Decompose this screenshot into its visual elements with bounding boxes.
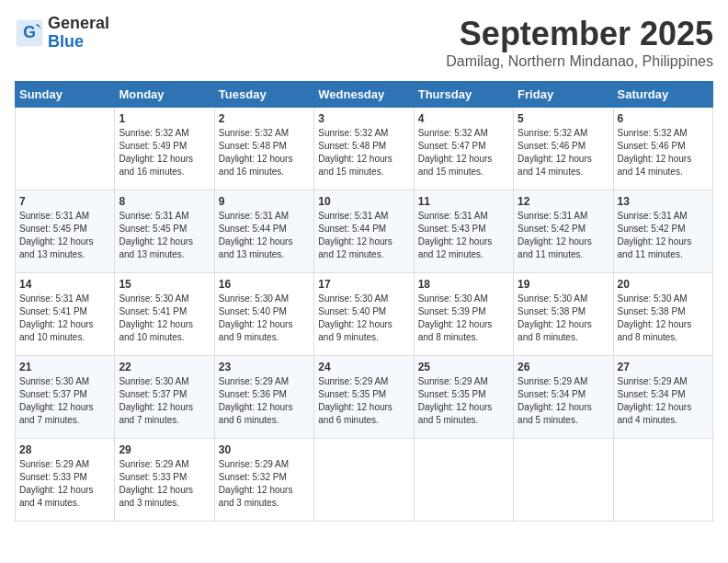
logo-icon: G	[15, 18, 44, 48]
week-row-4: 21Sunrise: 5:30 AMSunset: 5:37 PMDayligh…	[16, 356, 713, 439]
calendar-cell: 30Sunrise: 5:29 AMSunset: 5:32 PMDayligh…	[214, 439, 313, 522]
calendar-cell: 24Sunrise: 5:29 AMSunset: 5:35 PMDayligh…	[314, 356, 414, 439]
calendar-cell: 11Sunrise: 5:31 AMSunset: 5:43 PMDayligh…	[414, 190, 513, 273]
calendar-cell	[414, 439, 513, 522]
day-info: Sunrise: 5:29 AMSunset: 5:33 PMDaylight:…	[19, 458, 110, 510]
day-number: 13	[618, 195, 709, 208]
day-info: Sunrise: 5:31 AMSunset: 5:44 PMDaylight:…	[318, 210, 409, 261]
day-info: Sunrise: 5:30 AMSunset: 5:39 PMDaylight:…	[418, 293, 509, 344]
calendar-cell: 5Sunrise: 5:32 AMSunset: 5:46 PMDaylight…	[514, 108, 613, 190]
day-number: 12	[518, 195, 609, 208]
header-row: SundayMondayTuesdayWednesdayThursdayFrid…	[16, 82, 713, 108]
day-number: 7	[19, 195, 110, 208]
day-info: Sunrise: 5:31 AMSunset: 5:42 PMDaylight:…	[518, 210, 609, 261]
calendar-cell: 6Sunrise: 5:32 AMSunset: 5:46 PMDaylight…	[613, 108, 712, 190]
day-number: 8	[119, 195, 210, 208]
day-info: Sunrise: 5:30 AMSunset: 5:38 PMDaylight:…	[518, 293, 609, 344]
header-friday: Friday	[514, 82, 613, 108]
calendar-cell: 12Sunrise: 5:31 AMSunset: 5:42 PMDayligh…	[514, 190, 613, 273]
calendar-cell: 29Sunrise: 5:29 AMSunset: 5:33 PMDayligh…	[115, 439, 214, 522]
calendar-cell: 18Sunrise: 5:30 AMSunset: 5:39 PMDayligh…	[414, 273, 513, 356]
day-number: 30	[219, 443, 310, 456]
day-number: 9	[219, 195, 310, 208]
day-info: Sunrise: 5:30 AMSunset: 5:41 PMDaylight:…	[119, 293, 210, 344]
calendar-cell: 21Sunrise: 5:30 AMSunset: 5:37 PMDayligh…	[16, 356, 115, 439]
calendar-cell	[16, 108, 115, 190]
location-title: Damilag, Northern Mindanao, Philippines	[446, 53, 713, 70]
day-info: Sunrise: 5:32 AMSunset: 5:48 PMDaylight:…	[219, 127, 310, 178]
calendar-cell	[314, 439, 414, 522]
calendar-cell: 13Sunrise: 5:31 AMSunset: 5:42 PMDayligh…	[613, 190, 712, 273]
header-wednesday: Wednesday	[314, 82, 414, 108]
header-thursday: Thursday	[414, 82, 513, 108]
logo-line2: Blue	[48, 33, 109, 52]
day-info: Sunrise: 5:29 AMSunset: 5:34 PMDaylight:…	[518, 375, 609, 427]
day-info: Sunrise: 5:30 AMSunset: 5:40 PMDaylight:…	[219, 293, 310, 344]
day-info: Sunrise: 5:29 AMSunset: 5:35 PMDaylight:…	[418, 375, 509, 427]
calendar-cell: 25Sunrise: 5:29 AMSunset: 5:35 PMDayligh…	[414, 356, 513, 439]
calendar-cell: 23Sunrise: 5:29 AMSunset: 5:36 PMDayligh…	[214, 356, 313, 439]
calendar-cell	[613, 439, 712, 522]
calendar-cell: 20Sunrise: 5:30 AMSunset: 5:38 PMDayligh…	[613, 273, 712, 356]
header-sunday: Sunday	[16, 82, 115, 108]
day-number: 27	[618, 361, 709, 373]
day-info: Sunrise: 5:29 AMSunset: 5:33 PMDaylight:…	[119, 458, 210, 510]
day-number: 14	[19, 278, 110, 291]
calendar-cell: 14Sunrise: 5:31 AMSunset: 5:41 PMDayligh…	[16, 273, 115, 356]
day-info: Sunrise: 5:32 AMSunset: 5:46 PMDaylight:…	[518, 127, 609, 178]
day-number: 20	[618, 278, 709, 291]
calendar-cell: 16Sunrise: 5:30 AMSunset: 5:40 PMDayligh…	[214, 273, 313, 356]
day-number: 11	[418, 195, 509, 208]
day-info: Sunrise: 5:31 AMSunset: 5:43 PMDaylight:…	[418, 210, 509, 261]
calendar-cell: 2Sunrise: 5:32 AMSunset: 5:48 PMDaylight…	[214, 108, 313, 190]
week-row-5: 28Sunrise: 5:29 AMSunset: 5:33 PMDayligh…	[16, 439, 713, 522]
logo-text: General Blue	[48, 15, 109, 52]
day-info: Sunrise: 5:32 AMSunset: 5:49 PMDaylight:…	[119, 127, 210, 178]
calendar-table: SundayMondayTuesdayWednesdayThursdayFrid…	[15, 81, 713, 522]
day-number: 4	[418, 112, 509, 125]
calendar-cell: 17Sunrise: 5:30 AMSunset: 5:40 PMDayligh…	[314, 273, 414, 356]
logo-line1: General	[48, 15, 109, 33]
calendar-cell: 10Sunrise: 5:31 AMSunset: 5:44 PMDayligh…	[314, 190, 414, 273]
month-title: September 2025	[446, 15, 713, 53]
calendar-cell: 28Sunrise: 5:29 AMSunset: 5:33 PMDayligh…	[16, 439, 115, 522]
day-number: 22	[119, 361, 210, 373]
calendar-cell: 19Sunrise: 5:30 AMSunset: 5:38 PMDayligh…	[514, 273, 613, 356]
calendar-cell: 1Sunrise: 5:32 AMSunset: 5:49 PMDaylight…	[115, 108, 214, 190]
calendar-cell: 9Sunrise: 5:31 AMSunset: 5:44 PMDaylight…	[214, 190, 313, 273]
calendar-cell	[514, 439, 613, 522]
calendar-cell: 8Sunrise: 5:31 AMSunset: 5:45 PMDaylight…	[115, 190, 214, 273]
calendar-cell: 22Sunrise: 5:30 AMSunset: 5:37 PMDayligh…	[115, 356, 214, 439]
header-tuesday: Tuesday	[214, 82, 313, 108]
calendar-cell: 26Sunrise: 5:29 AMSunset: 5:34 PMDayligh…	[514, 356, 613, 439]
calendar-cell: 27Sunrise: 5:29 AMSunset: 5:34 PMDayligh…	[613, 356, 712, 439]
day-number: 21	[19, 361, 110, 373]
day-number: 23	[219, 361, 310, 373]
calendar-cell: 4Sunrise: 5:32 AMSunset: 5:47 PMDaylight…	[414, 108, 513, 190]
calendar-cell: 7Sunrise: 5:31 AMSunset: 5:45 PMDaylight…	[16, 190, 115, 273]
day-info: Sunrise: 5:31 AMSunset: 5:41 PMDaylight:…	[19, 293, 110, 344]
day-number: 2	[219, 112, 310, 125]
day-info: Sunrise: 5:30 AMSunset: 5:38 PMDaylight:…	[618, 293, 709, 344]
calendar-cell: 3Sunrise: 5:32 AMSunset: 5:48 PMDaylight…	[314, 108, 414, 190]
day-info: Sunrise: 5:32 AMSunset: 5:47 PMDaylight:…	[418, 127, 509, 178]
day-info: Sunrise: 5:30 AMSunset: 5:37 PMDaylight:…	[119, 375, 210, 427]
svg-text:G: G	[23, 23, 36, 41]
day-number: 15	[119, 278, 210, 291]
header-monday: Monday	[115, 82, 214, 108]
day-number: 5	[518, 112, 609, 125]
day-info: Sunrise: 5:31 AMSunset: 5:44 PMDaylight:…	[219, 210, 310, 261]
day-info: Sunrise: 5:29 AMSunset: 5:32 PMDaylight:…	[219, 458, 310, 510]
page-header: G General Blue September 2025 Damilag, N…	[15, 15, 713, 70]
day-info: Sunrise: 5:32 AMSunset: 5:48 PMDaylight:…	[318, 127, 409, 178]
day-info: Sunrise: 5:32 AMSunset: 5:46 PMDaylight:…	[618, 127, 709, 178]
day-number: 17	[318, 278, 409, 291]
day-number: 26	[518, 361, 609, 373]
week-row-3: 14Sunrise: 5:31 AMSunset: 5:41 PMDayligh…	[16, 273, 713, 356]
day-number: 18	[418, 278, 509, 291]
day-info: Sunrise: 5:29 AMSunset: 5:34 PMDaylight:…	[618, 375, 709, 427]
day-number: 6	[618, 112, 709, 125]
day-number: 16	[219, 278, 310, 291]
logo: G General Blue	[15, 15, 109, 52]
day-number: 3	[318, 112, 409, 125]
